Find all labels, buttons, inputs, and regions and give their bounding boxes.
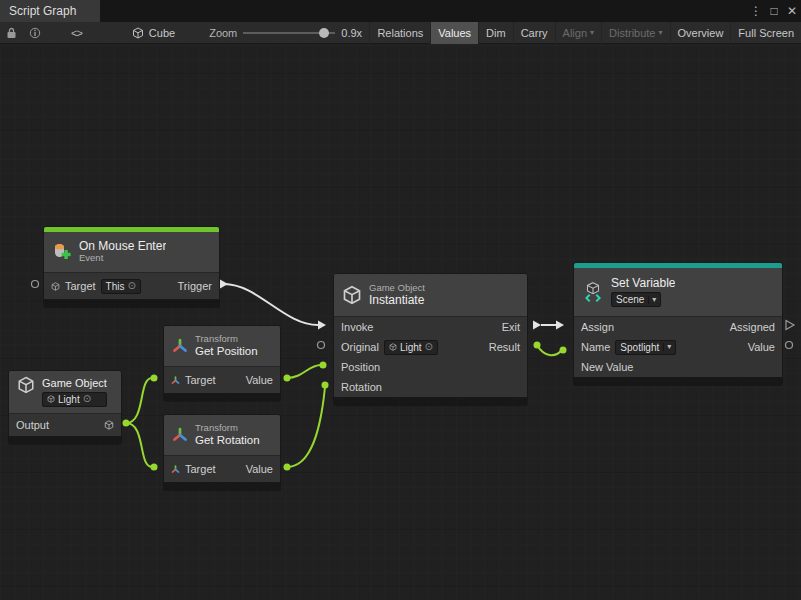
values-button[interactable]: Values — [430, 22, 478, 44]
port-assigned-output[interactable] — [786, 321, 794, 330]
toolbar-buttons: Relations Values Dim Carry Align▾ Distri… — [369, 22, 801, 44]
port-instantiate-result[interactable] — [534, 342, 541, 349]
node-header: Transform Get Rotation — [164, 415, 280, 455]
node-title: On Mouse Enter — [79, 240, 166, 254]
port-assign-input[interactable] — [556, 321, 564, 330]
port-trigger-output[interactable] — [220, 280, 228, 289]
graph-toolbar: <> Cube Zoom 0.9x Relations Values Dim C… — [0, 22, 801, 44]
graph-canvas[interactable]: On Mouse Enter Event Target This ⊙ Trigg… — [0, 44, 801, 600]
port-gameobject-output[interactable] — [123, 420, 130, 427]
port-exit-output[interactable] — [533, 321, 541, 330]
node-header: Game Object Instantiate — [334, 274, 527, 316]
port-instantiate-original[interactable] — [318, 342, 325, 349]
port-setvariable-value[interactable] — [786, 342, 793, 349]
port-instantiate-position[interactable] — [320, 362, 327, 369]
object-picker-icon[interactable]: ⊙ — [127, 281, 135, 291]
exit-port-label: Exit — [502, 321, 520, 333]
port-getrotation-value[interactable] — [284, 464, 291, 471]
wire-result-to-newvalue — [537, 345, 562, 355]
invoke-port-label: Invoke — [341, 321, 373, 333]
zoom-control: Zoom 0.9x — [209, 27, 362, 39]
port-getposition-value[interactable] — [284, 375, 291, 382]
node-get-position[interactable]: Transform Get Position Target Valu — [163, 325, 281, 394]
result-port-label: Result — [489, 341, 520, 353]
node-category: Transform — [195, 334, 258, 345]
relations-button[interactable]: Relations — [369, 22, 430, 44]
chevron-down-icon: ▾ — [659, 29, 663, 37]
overview-button[interactable]: Overview — [670, 22, 731, 44]
zoom-label: Zoom — [209, 27, 237, 39]
port-onmouseenter-target[interactable] — [32, 281, 39, 288]
chevron-down-icon: ▾ — [590, 29, 594, 37]
port-row-target: Target This ⊙ Trigger — [44, 273, 219, 299]
maximize-icon[interactable]: □ — [765, 0, 783, 22]
code-icon[interactable]: <> — [65, 22, 88, 44]
object-picker-icon[interactable]: ⊙ — [425, 342, 433, 352]
node-get-rotation[interactable]: Transform Get Rotation Target Valu — [163, 414, 281, 483]
fullscreen-button[interactable]: Full Screen — [730, 22, 801, 44]
cube-icon — [17, 376, 35, 394]
variable-scope-dropdown[interactable]: Scene ▾ — [611, 292, 661, 307]
node-ports: Target Value — [164, 366, 280, 393]
node-instantiate[interactable]: Game Object Instantiate Invoke Exit Orig… — [333, 273, 528, 398]
port-setvariable-newvalue[interactable] — [560, 347, 567, 354]
window-menu-icon[interactable]: ⋮ — [747, 0, 765, 22]
zoom-slider-handle[interactable] — [319, 28, 329, 38]
tab-bar: Script Graph ⋮ □ ✕ — [0, 0, 801, 22]
value-port-label: Value — [246, 463, 273, 475]
node-gameobject-variable[interactable]: Game Object Light ⊙ Output — [8, 370, 122, 437]
variable-name-dropdown[interactable]: Spotlight ▾ — [615, 340, 676, 355]
target-port-label: Target — [185, 374, 216, 386]
node-set-variable[interactable]: Set Variable Scene ▾ Assign Assigned Nam… — [573, 262, 783, 378]
wire-output-to-getrotation-target — [126, 423, 152, 467]
dim-button[interactable]: Dim — [478, 22, 513, 44]
inspect-icon[interactable] — [23, 22, 47, 44]
align-button[interactable]: Align▾ — [555, 22, 601, 44]
node-on-mouse-enter[interactable]: On Mouse Enter Event Target This ⊙ Trigg… — [43, 226, 220, 300]
target-object-field[interactable]: This ⊙ — [101, 279, 141, 294]
node-category: Game Object — [369, 283, 425, 294]
original-object-field[interactable]: Light ⊙ — [384, 340, 438, 355]
wire-trigger-to-invoke — [224, 284, 318, 325]
gameobject-type-icon — [51, 282, 60, 291]
value-port-label: Value — [246, 374, 273, 386]
port-row-assign-assigned: Assign Assigned — [574, 317, 782, 337]
port-row-rotation: Rotation — [334, 377, 527, 397]
node-title: Get Rotation — [195, 434, 260, 447]
zoom-slider[interactable] — [243, 27, 335, 39]
node-title: Game Object — [42, 377, 107, 390]
position-port-label: Position — [341, 361, 380, 373]
chevron-down-icon: ▾ — [648, 296, 656, 304]
tab-bar-spacer — [100, 0, 747, 22]
close-icon[interactable]: ✕ — [783, 0, 801, 22]
port-getrotation-target[interactable] — [151, 464, 158, 471]
transform-type-icon — [171, 465, 180, 474]
rotation-port-label: Rotation — [341, 381, 382, 393]
graph-context[interactable]: Cube — [132, 27, 175, 39]
port-instantiate-rotation[interactable] — [322, 382, 329, 389]
assign-port-label: Assign — [581, 321, 614, 333]
node-header: On Mouse Enter Event — [44, 232, 219, 272]
distribute-button[interactable]: Distribute▾ — [601, 22, 669, 44]
tab-script-graph[interactable]: Script Graph — [0, 0, 100, 22]
arrowhead-invoke — [318, 321, 326, 330]
graph-context-label: Cube — [149, 27, 175, 39]
name-port-label: Name — [581, 341, 610, 353]
port-row-name-value: Name Spotlight ▾ Value — [574, 337, 782, 357]
node-ports: Invoke Exit Original Light ⊙ Result — [334, 316, 527, 397]
port-getposition-target[interactable] — [151, 375, 158, 382]
variable-object-field[interactable]: Light ⊙ — [42, 392, 107, 407]
node-ports: Target This ⊙ Trigger — [44, 272, 219, 299]
node-header: Set Variable Scene ▾ — [574, 268, 782, 316]
lock-icon[interactable] — [0, 22, 23, 44]
object-picker-icon[interactable]: ⊙ — [83, 394, 91, 404]
node-title: Set Variable — [611, 277, 675, 291]
assigned-port-label: Assigned — [730, 321, 775, 333]
variable-icon — [582, 281, 604, 303]
gameobject-type-icon — [104, 420, 114, 430]
port-row-position: Position — [334, 357, 527, 377]
cube-icon — [342, 285, 362, 305]
port-row-output: Output — [9, 414, 121, 436]
carry-button[interactable]: Carry — [513, 22, 555, 44]
transform-type-icon — [171, 376, 180, 385]
